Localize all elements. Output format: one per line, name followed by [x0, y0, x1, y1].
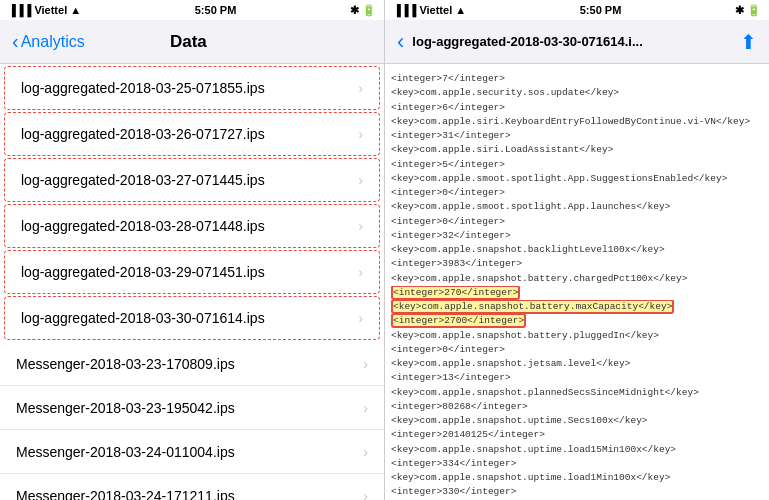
list-item-label: log-aggregated-2018-03-30-071614.ips: [21, 310, 358, 326]
list-item-chevron-icon: ›: [363, 400, 368, 416]
xml-line: <key>com.apple.snapshot.jetsam.level</ke…: [391, 357, 763, 371]
carrier-left: Viettel: [34, 4, 67, 16]
list-item[interactable]: log-aggregated-2018-03-29-071451.ips›: [4, 250, 380, 294]
list-item[interactable]: log-aggregated-2018-03-26-071727.ips›: [4, 112, 380, 156]
list-item-chevron-icon: ›: [358, 172, 363, 188]
left-status-bar: ▐▐▐ Viettel ▲ 5:50 PM ✱ 🔋: [0, 0, 384, 20]
file-list[interactable]: log-aggregated-2018-03-25-071855.ips›log…: [0, 64, 384, 500]
list-item-label: Messenger-2018-03-24-011004.ips: [16, 444, 363, 460]
list-item[interactable]: Messenger-2018-03-23-170809.ips›: [0, 342, 384, 386]
battery-icon-right: 🔋: [747, 4, 761, 17]
xml-line: <key>com.apple.security.sos.update</key>: [391, 86, 763, 100]
right-status-bar: ▐▐▐ Viettel ▲ 5:50 PM ✱ 🔋: [385, 0, 769, 20]
bluetooth-icon-right: ✱: [735, 4, 744, 17]
list-item-chevron-icon: ›: [363, 356, 368, 372]
right-back-button[interactable]: ‹: [397, 29, 404, 55]
xml-line: <key>com.apple.snapshot.plannedSecsSince…: [391, 386, 763, 400]
wifi-icon-right: ▲: [455, 4, 466, 16]
list-item-label: Messenger-2018-03-23-170809.ips: [16, 356, 363, 372]
xml-line: <integer>0</integer>: [391, 186, 763, 200]
left-time: 5:50 PM: [195, 4, 237, 16]
signal-icon-right: ▐▐▐: [393, 4, 416, 16]
list-item[interactable]: Messenger-2018-03-23-195042.ips›: [0, 386, 384, 430]
list-item-chevron-icon: ›: [363, 488, 368, 501]
back-chevron-icon: ‹: [12, 30, 19, 53]
list-item[interactable]: log-aggregated-2018-03-25-071855.ips›: [4, 66, 380, 110]
left-panel: ▐▐▐ Viettel ▲ 5:50 PM ✱ 🔋 ‹ Analytics Da…: [0, 0, 385, 500]
xml-line: <key>com.apple.snapshot.battery.maxCapac…: [391, 300, 763, 314]
back-label: Analytics: [21, 33, 85, 51]
xml-line: <integer>31</integer>: [391, 129, 763, 143]
xml-line: <key>com.apple.snapshot.uptime.load1Min1…: [391, 471, 763, 485]
xml-line: <integer>80268</integer>: [391, 400, 763, 414]
xml-line: <key>com.apple.snapshot.uptime.load15Min…: [391, 443, 763, 457]
list-item[interactable]: log-aggregated-2018-03-30-071614.ips›: [4, 296, 380, 340]
right-panel: ▐▐▐ Viettel ▲ 5:50 PM ✱ 🔋 ‹ log-aggregat…: [385, 0, 769, 500]
xml-line: <key>com.apple.snapshot.battery.pluggedI…: [391, 329, 763, 343]
xml-line: <integer>0</integer>: [391, 343, 763, 357]
list-item-label: log-aggregated-2018-03-27-071445.ips: [21, 172, 358, 188]
highlighted-xml: <key>com.apple.snapshot.battery.maxCapac…: [391, 300, 674, 314]
right-nav-title: log-aggregated-2018-03-30-071614.i...: [412, 34, 740, 49]
share-button[interactable]: ⬆: [740, 30, 757, 54]
right-back-chevron-icon: ‹: [397, 29, 404, 55]
list-item-label: log-aggregated-2018-03-29-071451.ips: [21, 264, 358, 280]
signal-icon: ▐▐▐: [8, 4, 31, 16]
xml-line: <integer>20140125</integer>: [391, 428, 763, 442]
xml-line: <integer>13</integer>: [391, 371, 763, 385]
left-status-left: ▐▐▐ Viettel ▲: [8, 4, 81, 16]
list-item-chevron-icon: ›: [358, 80, 363, 96]
xml-line: <key>com.apple.smoot.spotlight.App.launc…: [391, 200, 763, 214]
list-item-chevron-icon: ›: [358, 218, 363, 234]
right-nav-bar: ‹ log-aggregated-2018-03-30-071614.i... …: [385, 20, 769, 64]
xml-line: <key>com.apple.snapshot.battery.chargedP…: [391, 272, 763, 286]
wifi-icon: ▲: [70, 4, 81, 16]
right-status-right: ✱ 🔋: [735, 4, 761, 17]
xml-line: <integer>3983</integer>: [391, 257, 763, 271]
right-status-left: ▐▐▐ Viettel ▲: [393, 4, 466, 16]
list-item-label: log-aggregated-2018-03-26-071727.ips: [21, 126, 358, 142]
left-nav-bar: ‹ Analytics Data: [0, 20, 384, 64]
list-item-chevron-icon: ›: [358, 126, 363, 142]
list-item-chevron-icon: ›: [358, 264, 363, 280]
list-item-label: log-aggregated-2018-03-25-071855.ips: [21, 80, 358, 96]
xml-line: <key>com.apple.smoot.spotlight.App.Sugge…: [391, 172, 763, 186]
list-item-label: Messenger-2018-03-23-195042.ips: [16, 400, 363, 416]
highlighted-xml: <integer>270</integer>: [391, 286, 520, 300]
xml-line: <integer>32</integer>: [391, 229, 763, 243]
list-item-label: Messenger-2018-03-24-171211.ips: [16, 488, 363, 501]
xml-line: <integer>270</integer>: [391, 286, 763, 300]
xml-line: <integer>7</integer>: [391, 72, 763, 86]
list-item[interactable]: Messenger-2018-03-24-171211.ips›: [0, 474, 384, 500]
list-item-chevron-icon: ›: [363, 444, 368, 460]
bluetooth-icon: ✱: [350, 4, 359, 17]
list-item[interactable]: Messenger-2018-03-24-011004.ips›: [0, 430, 384, 474]
xml-line: <integer>330</integer>: [391, 485, 763, 499]
xml-line: <key>com.apple.snapshot.uptime.Secs100x<…: [391, 414, 763, 428]
list-item[interactable]: log-aggregated-2018-03-28-071448.ips›: [4, 204, 380, 248]
list-item-chevron-icon: ›: [358, 310, 363, 326]
xml-line: <integer>6</integer>: [391, 101, 763, 115]
xml-line: <integer>5</integer>: [391, 158, 763, 172]
nav-title-left: Data: [170, 32, 207, 52]
battery-icon-left: 🔋: [362, 4, 376, 17]
highlighted-xml: <integer>2700</integer>: [391, 314, 526, 328]
xml-line: <key>com.apple.snapshot.backlightLevel10…: [391, 243, 763, 257]
list-item[interactable]: log-aggregated-2018-03-27-071445.ips›: [4, 158, 380, 202]
carrier-right: Viettel: [419, 4, 452, 16]
xml-line: <key>com.apple.siri.LoadAssistant</key>: [391, 143, 763, 157]
xml-line: <integer>334</integer>: [391, 457, 763, 471]
xml-line: <integer>2700</integer>: [391, 314, 763, 328]
right-time: 5:50 PM: [580, 4, 622, 16]
back-button[interactable]: ‹ Analytics: [12, 30, 85, 53]
xml-line: <integer>0</integer>: [391, 215, 763, 229]
list-item-label: log-aggregated-2018-03-28-071448.ips: [21, 218, 358, 234]
left-status-right: ✱ 🔋: [350, 4, 376, 17]
xml-content[interactable]: <integer>7</integer><key>com.apple.secur…: [385, 64, 769, 500]
xml-line: <key>com.apple.siri.KeyboardEntryFollowe…: [391, 115, 763, 129]
